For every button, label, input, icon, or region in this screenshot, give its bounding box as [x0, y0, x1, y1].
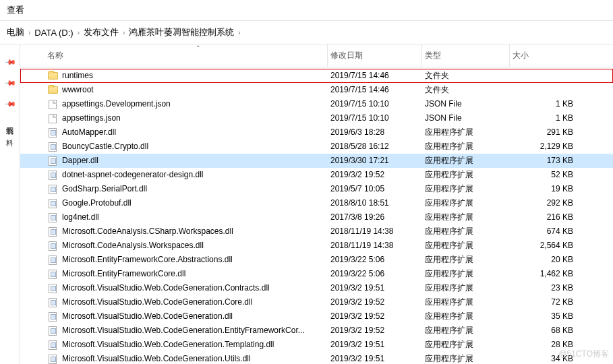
pin-icon[interactable]: 📌	[3, 56, 16, 69]
file-name: Microsoft.VisualStudio.Web.CodeGeneratio…	[62, 338, 274, 352]
file-name: Microsoft.EntityFrameworkCore.dll	[62, 267, 185, 281]
file-name: AutoMapper.dll	[62, 125, 116, 140]
file-size: 2,564 KB	[513, 239, 587, 253]
breadcrumb-item[interactable]: 电脑	[7, 26, 24, 38]
file-date: 2019/3/22 5:06	[330, 267, 425, 281]
file-type: 应用程序扩展	[425, 267, 513, 281]
breadcrumb-item[interactable]: 发布文件	[84, 26, 119, 38]
file-date: 2019/3/2 19:51	[330, 281, 425, 295]
column-date[interactable]: 修改日期	[330, 49, 425, 63]
table-row[interactable]: Microsoft.EntityFrameworkCore.dll2019/3/…	[20, 267, 613, 281]
table-row[interactable]: Microsoft.VisualStudio.Web.CodeGeneratio…	[20, 281, 613, 295]
file-date: 2019/6/3 18:28	[330, 125, 425, 140]
file-size	[513, 83, 587, 97]
table-row[interactable]: Microsoft.VisualStudio.Web.CodeGeneratio…	[20, 338, 613, 352]
file-date: 2018/11/19 14:38	[330, 239, 425, 253]
file-type: 应用程序扩展	[425, 154, 513, 168]
table-row[interactable]: appsettings.Development.json2019/7/15 10…	[20, 97, 613, 111]
chevron-right-icon: ›	[123, 29, 125, 36]
dll-icon	[47, 212, 58, 223]
table-row[interactable]: AutoMapper.dll2019/6/3 18:28应用程序扩展291 KB	[20, 125, 613, 140]
file-list[interactable]: runtimes2019/7/15 14:46文件夹wwwroot2019/7/…	[20, 67, 613, 364]
breadcrumb-item[interactable]: 鸿雁茶叶萎凋智能控制系统	[129, 26, 234, 38]
table-row[interactable]: wwwroot2019/7/15 14:46文件夹	[20, 83, 613, 97]
file-type: JSON File	[425, 111, 513, 125]
table-row[interactable]: dotnet-aspnet-codegenerator-design.dll20…	[20, 168, 613, 182]
file-name: GodSharp.SerialPort.dll	[62, 182, 147, 196]
table-row[interactable]: BouncyCastle.Crypto.dll2018/5/28 16:12应用…	[20, 140, 613, 154]
file-date: 2019/5/7 10:05	[330, 182, 425, 196]
dll-icon	[47, 326, 58, 336]
column-type[interactable]: 类型	[425, 49, 513, 63]
breadcrumb[interactable]: 电脑 › DATA (D:) › 发布文件 › 鸿雁茶叶萎凋智能控制系统 ›	[0, 21, 613, 44]
pin-icon[interactable]: 📌	[3, 77, 16, 90]
toolbar: 查看	[0, 0, 613, 21]
file-size: 19 KB	[513, 182, 587, 196]
file-size: 68 KB	[513, 324, 587, 338]
dll-icon	[47, 283, 58, 294]
file-name: Microsoft.CodeAnalysis.Workspaces.dll	[62, 239, 204, 253]
file-date: 2019/3/2 19:52	[330, 168, 425, 182]
file-type: 应用程序扩展	[425, 295, 513, 309]
file-name: dotnet-aspnet-codegenerator-design.dll	[62, 168, 203, 182]
table-row[interactable]: Microsoft.CodeAnalysis.CSharp.Workspaces…	[20, 224, 613, 239]
file-name: Microsoft.VisualStudio.Web.CodeGeneratio…	[62, 295, 252, 309]
file-type: 文件夹	[425, 69, 513, 83]
table-row[interactable]: Dapper.dll2019/3/30 17:21应用程序扩展173 KB	[20, 154, 613, 168]
table-row[interactable]: runtimes2019/7/15 14:46文件夹	[20, 69, 613, 83]
file-date: 2019/3/2 19:52	[330, 295, 425, 309]
table-row[interactable]: Microsoft.VisualStudio.Web.CodeGeneratio…	[20, 352, 613, 364]
file-date: 2018/5/28 16:12	[330, 140, 425, 154]
file-size: 1 KB	[513, 111, 587, 125]
table-row[interactable]: GodSharp.SerialPort.dll2019/5/7 10:05应用程…	[20, 182, 613, 196]
table-row[interactable]: Google.Protobuf.dll2018/8/10 18:51应用程序扩展…	[20, 196, 613, 210]
column-size[interactable]: 大小	[513, 49, 587, 63]
file-name: Microsoft.CodeAnalysis.CSharp.Workspaces…	[62, 224, 233, 239]
file-date: 2019/3/2 19:52	[330, 324, 425, 338]
dll-icon	[47, 340, 58, 351]
file-size: 1 KB	[513, 97, 587, 111]
table-row[interactable]: Microsoft.VisualStudio.Web.CodeGeneratio…	[20, 324, 613, 338]
breadcrumb-item[interactable]: DATA (D:)	[34, 28, 73, 38]
column-headers: ⌃ 名称 修改日期 类型 大小	[20, 44, 613, 67]
dll-icon	[47, 170, 58, 181]
table-row[interactable]: Microsoft.CodeAnalysis.Workspaces.dll201…	[20, 239, 613, 253]
dll-icon	[47, 354, 58, 365]
table-row[interactable]: Microsoft.VisualStudio.Web.CodeGeneratio…	[20, 309, 613, 324]
file-type: 应用程序扩展	[425, 239, 513, 253]
dll-icon	[47, 269, 58, 280]
table-row[interactable]: Microsoft.EntityFrameworkCore.Abstractio…	[20, 253, 613, 267]
file-name: Microsoft.VisualStudio.Web.CodeGeneratio…	[62, 281, 270, 295]
chevron-right-icon: ›	[238, 29, 240, 36]
file-date: 2019/7/15 10:10	[330, 97, 425, 111]
file-date: 2019/3/2 19:52	[330, 309, 425, 324]
file-size: 1,462 KB	[513, 267, 587, 281]
file-icon	[47, 99, 58, 110]
file-name: Microsoft.VisualStudio.Web.CodeGeneratio…	[62, 352, 251, 364]
table-row[interactable]: appsettings.json2019/7/15 10:10JSON File…	[20, 111, 613, 125]
file-name: appsettings.Development.json	[62, 97, 171, 111]
column-name[interactable]: 名称	[47, 49, 330, 63]
dll-icon	[47, 156, 58, 166]
file-type: 应用程序扩展	[425, 309, 513, 324]
file-type: 应用程序扩展	[425, 352, 513, 364]
file-size: 674 KB	[513, 224, 587, 239]
file-size: 216 KB	[513, 210, 587, 224]
dll-icon	[47, 142, 58, 152]
file-size	[513, 69, 587, 83]
pin-icon[interactable]: 📌	[3, 98, 16, 111]
file-size: 52 KB	[513, 168, 587, 182]
file-size: 35 KB	[513, 309, 587, 324]
file-name: Dapper.dll	[62, 154, 98, 168]
file-name: runtimes	[62, 69, 93, 83]
file-type: 应用程序扩展	[425, 140, 513, 154]
file-type: 应用程序扩展	[425, 281, 513, 295]
sort-caret-icon: ⌃	[196, 44, 201, 51]
toolbar-view[interactable]: 查看	[7, 5, 24, 15]
dll-icon	[47, 255, 58, 266]
table-row[interactable]: Microsoft.VisualStudio.Web.CodeGeneratio…	[20, 295, 613, 309]
file-date: 2019/3/30 17:21	[330, 154, 425, 168]
file-date: 2019/3/2 19:51	[330, 338, 425, 352]
table-row[interactable]: log4net.dll2017/3/8 19:26应用程序扩展216 KB	[20, 210, 613, 224]
file-date: 2018/8/10 18:51	[330, 196, 425, 210]
